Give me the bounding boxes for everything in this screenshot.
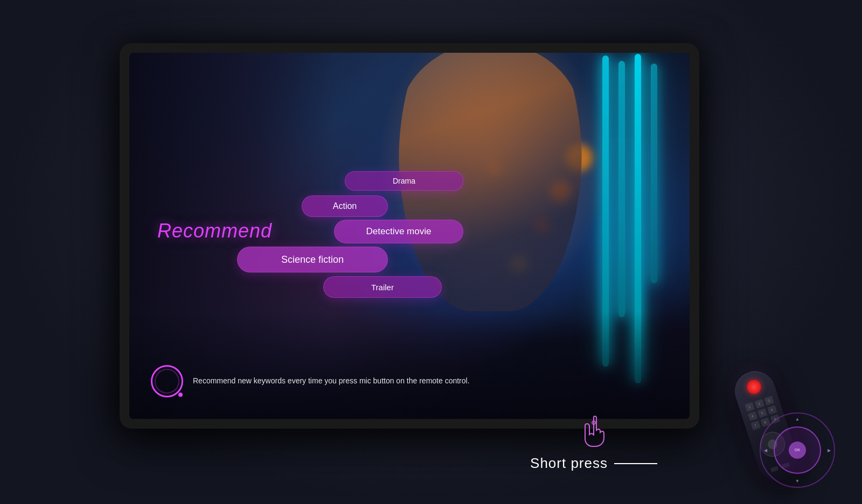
short-press-dash [614, 463, 657, 464]
keyword-detective-movie[interactable]: Detective movie [334, 220, 463, 243]
remote-power-button[interactable] [745, 378, 763, 396]
voice-dot [178, 393, 183, 397]
keyword-trailer[interactable]: Trailer [323, 276, 442, 298]
magic-remote-ring: OK ▲ ▼ ◀ ▶ [760, 412, 835, 488]
remote-btn-7[interactable]: 7 [750, 421, 761, 430]
tv-container: Recommend Drama Action Detective movie S… [129, 53, 690, 419]
ring-center-button[interactable]: OK [789, 442, 806, 459]
remote-btn-4[interactable]: 4 [747, 411, 757, 421]
keyword-action[interactable]: Action [302, 195, 388, 217]
short-press-text: Short press [530, 455, 608, 472]
voice-indicator: Recommend new keywords every time you pr… [151, 365, 470, 397]
voice-circle-icon [151, 365, 183, 397]
keyword-science-fiction[interactable]: Science fiction [237, 247, 388, 272]
tv-screen: Recommend Drama Action Detective movie S… [129, 53, 690, 419]
hand-press-icon [579, 415, 609, 450]
remote-btn-2[interactable]: 2 [754, 399, 764, 409]
keywords-container: Drama Action Detective movie Science fic… [237, 171, 550, 322]
keyword-drama[interactable]: Drama [345, 171, 463, 191]
short-press-section: Short press [530, 415, 657, 472]
short-press-line: Short press [530, 455, 657, 472]
remote-btn-1[interactable]: 1 [745, 402, 755, 412]
voice-hint-text: Recommend new keywords every time you pr… [193, 376, 470, 387]
remote-btn-3[interactable]: 3 [764, 396, 774, 405]
